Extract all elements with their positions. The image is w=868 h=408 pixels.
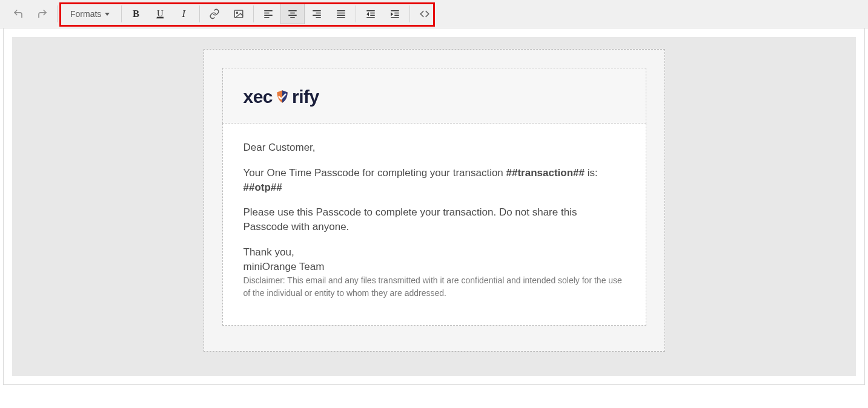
italic-button[interactable]: I: [173, 4, 197, 24]
email-transaction-placeholder: ##transaction##: [506, 167, 585, 179]
align-justify-icon: [336, 8, 346, 19]
toolbar-divider: [199, 5, 200, 22]
editor-toolbar: Formats B U I: [0, 0, 868, 28]
outdent-button[interactable]: [359, 4, 383, 24]
link-button[interactable]: [202, 4, 227, 24]
svg-marker-26: [367, 12, 369, 16]
toolbar-divider: [57, 5, 58, 22]
italic-icon: I: [179, 8, 190, 19]
shield-icon: [274, 89, 290, 105]
editor-canvas-wrap: xec rify Dear Customer, Your One Time Pa…: [3, 28, 865, 385]
align-center-button[interactable]: [280, 4, 305, 24]
align-justify-button[interactable]: [329, 4, 353, 24]
email-text: Your One Time Passcode for completing yo…: [244, 167, 506, 179]
email-text: is:: [585, 167, 598, 179]
xecurify-logo: xec rify: [244, 87, 625, 107]
image-icon: [233, 8, 244, 19]
svg-text:I: I: [182, 8, 187, 19]
logo-text-part1: xec: [244, 87, 273, 107]
svg-text:U: U: [157, 8, 164, 18]
svg-marker-31: [391, 12, 394, 16]
toolbar-divider: [253, 5, 254, 22]
editor-canvas[interactable]: xec rify Dear Customer, Your One Time Pa…: [12, 37, 856, 376]
email-disclaimer: Disclaimer: This email and any files tra…: [244, 274, 625, 300]
toolbar-divider: [121, 5, 122, 22]
email-team-name: miniOrange Team: [244, 260, 625, 274]
align-left-icon: [263, 8, 274, 19]
email-greeting: Dear Customer,: [244, 140, 625, 155]
svg-point-5: [237, 12, 238, 13]
formats-label: Formats: [70, 9, 101, 19]
bold-button[interactable]: B: [124, 4, 148, 24]
toolbar-divider: [356, 5, 356, 22]
outdent-icon: [365, 8, 376, 19]
email-thank-you: Thank you,: [244, 245, 625, 260]
link-icon: [209, 8, 220, 19]
align-center-icon: [287, 8, 298, 19]
bold-icon: B: [131, 8, 142, 19]
toolbar-divider: [409, 5, 410, 22]
align-right-button[interactable]: [305, 4, 329, 24]
svg-text:B: B: [133, 8, 139, 19]
email-instruction: Please use this Passcode to complete you…: [244, 205, 625, 234]
indent-icon: [389, 8, 400, 19]
undo-icon: [13, 8, 24, 19]
email-header[interactable]: xec rify: [222, 68, 646, 123]
image-button[interactable]: [227, 4, 251, 24]
redo-icon: [37, 8, 48, 19]
align-right-icon: [311, 8, 322, 19]
email-template-container[interactable]: xec rify Dear Customer, Your One Time Pa…: [204, 49, 665, 352]
email-otp-placeholder: ##otp##: [244, 182, 282, 193]
undo-button[interactable]: [6, 4, 30, 24]
indent-button[interactable]: [383, 4, 407, 24]
align-left-button[interactable]: [256, 4, 280, 24]
chevron-down-icon: [105, 13, 110, 16]
redo-button[interactable]: [30, 4, 55, 24]
formats-dropdown[interactable]: Formats: [60, 4, 119, 24]
email-otp-line: Your One Time Passcode for completing yo…: [244, 166, 625, 195]
code-icon: [419, 8, 430, 19]
logo-text-part2: rify: [292, 87, 319, 107]
underline-button[interactable]: U: [148, 4, 173, 24]
underline-icon: U: [155, 8, 166, 19]
source-code-button[interactable]: [412, 4, 437, 24]
email-body[interactable]: Dear Customer, Your One Time Passcode fo…: [222, 123, 646, 326]
